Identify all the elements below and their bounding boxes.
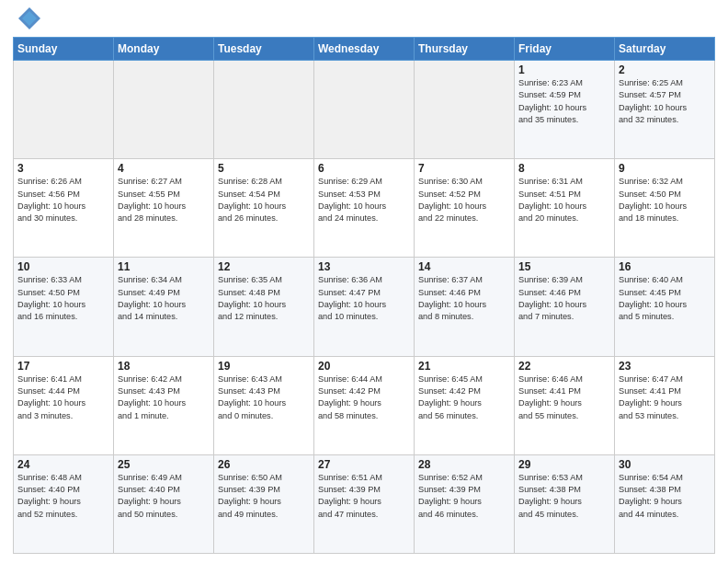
day-info: Sunrise: 6:42 AMSunset: 4:43 PMDaylight:…	[118, 373, 210, 422]
day-number: 23	[619, 360, 711, 373]
day-info: Sunrise: 6:28 AMSunset: 4:54 PMDaylight:…	[218, 176, 310, 224]
weekday-thursday: Thursday	[415, 38, 515, 61]
day-cell: 23Sunrise: 6:47 AMSunset: 4:41 PMDayligh…	[615, 356, 715, 454]
day-cell: 9Sunrise: 6:32 AMSunset: 4:50 PMDaylight…	[615, 159, 715, 258]
day-cell: 30Sunrise: 6:54 AMSunset: 4:38 PMDayligh…	[615, 454, 715, 553]
day-cell: 4Sunrise: 6:27 AMSunset: 4:55 PMDaylight…	[114, 159, 214, 258]
week-row-0: 1Sunrise: 6:23 AMSunset: 4:59 PMDaylight…	[14, 61, 715, 159]
day-info: Sunrise: 6:29 AMSunset: 4:53 PMDaylight:…	[318, 176, 410, 224]
day-number: 29	[518, 458, 610, 471]
day-cell: 2Sunrise: 6:25 AMSunset: 4:57 PMDaylight…	[615, 61, 715, 159]
day-number: 19	[218, 360, 310, 373]
logo	[13, 9, 42, 31]
day-cell: 3Sunrise: 6:26 AMSunset: 4:56 PMDaylight…	[14, 159, 114, 258]
day-number: 8	[518, 162, 610, 175]
day-info: Sunrise: 6:25 AMSunset: 4:57 PMDaylight:…	[619, 77, 711, 126]
calendar: SundayMondayTuesdayWednesdayThursdayFrid…	[13, 37, 715, 554]
day-cell: 28Sunrise: 6:52 AMSunset: 4:39 PMDayligh…	[415, 454, 515, 553]
day-cell: 27Sunrise: 6:51 AMSunset: 4:39 PMDayligh…	[314, 454, 415, 553]
day-number: 6	[318, 162, 410, 175]
week-row-2: 10Sunrise: 6:33 AMSunset: 4:50 PMDayligh…	[14, 258, 715, 356]
day-number: 16	[619, 260, 711, 273]
day-cell: 21Sunrise: 6:45 AMSunset: 4:42 PMDayligh…	[415, 356, 515, 454]
weekday-sunday: Sunday	[14, 38, 114, 61]
day-cell: 11Sunrise: 6:34 AMSunset: 4:49 PMDayligh…	[114, 258, 214, 356]
day-number: 14	[418, 260, 510, 273]
day-info: Sunrise: 6:50 AMSunset: 4:39 PMDaylight:…	[218, 472, 310, 521]
day-number: 26	[218, 458, 310, 471]
day-cell	[415, 61, 515, 159]
day-number: 3	[17, 162, 109, 175]
day-info: Sunrise: 6:23 AMSunset: 4:59 PMDaylight:…	[518, 77, 610, 126]
day-info: Sunrise: 6:49 AMSunset: 4:40 PMDaylight:…	[118, 472, 210, 521]
day-number: 22	[518, 360, 610, 373]
day-number: 4	[118, 162, 210, 175]
day-number: 28	[418, 458, 510, 471]
day-info: Sunrise: 6:30 AMSunset: 4:52 PMDaylight:…	[418, 176, 510, 224]
day-number: 17	[17, 360, 109, 373]
day-cell: 29Sunrise: 6:53 AMSunset: 4:38 PMDayligh…	[515, 454, 615, 553]
day-cell: 16Sunrise: 6:40 AMSunset: 4:45 PMDayligh…	[615, 258, 715, 356]
day-number: 21	[418, 360, 510, 373]
day-cell: 10Sunrise: 6:33 AMSunset: 4:50 PMDayligh…	[14, 258, 114, 356]
day-info: Sunrise: 6:36 AMSunset: 4:47 PMDaylight:…	[318, 274, 410, 323]
day-info: Sunrise: 6:27 AMSunset: 4:55 PMDaylight:…	[118, 176, 210, 224]
day-cell	[114, 61, 214, 159]
day-number: 30	[619, 458, 711, 471]
day-info: Sunrise: 6:39 AMSunset: 4:46 PMDaylight:…	[518, 274, 610, 323]
day-cell: 15Sunrise: 6:39 AMSunset: 4:46 PMDayligh…	[515, 258, 615, 356]
day-cell: 5Sunrise: 6:28 AMSunset: 4:54 PMDaylight…	[214, 159, 314, 258]
day-info: Sunrise: 6:48 AMSunset: 4:40 PMDaylight:…	[17, 472, 109, 521]
day-cell: 1Sunrise: 6:23 AMSunset: 4:59 PMDaylight…	[515, 61, 615, 159]
day-info: Sunrise: 6:35 AMSunset: 4:48 PMDaylight:…	[218, 274, 310, 323]
day-cell: 13Sunrise: 6:36 AMSunset: 4:47 PMDayligh…	[314, 258, 415, 356]
day-number: 7	[418, 162, 510, 175]
day-cell	[314, 61, 415, 159]
day-cell	[14, 61, 114, 159]
day-number: 25	[118, 458, 210, 471]
day-info: Sunrise: 6:54 AMSunset: 4:38 PMDaylight:…	[619, 472, 711, 521]
day-cell: 26Sunrise: 6:50 AMSunset: 4:39 PMDayligh…	[214, 454, 314, 553]
day-number: 20	[318, 360, 410, 373]
day-number: 24	[17, 458, 109, 471]
day-cell: 24Sunrise: 6:48 AMSunset: 4:40 PMDayligh…	[14, 454, 114, 553]
weekday-header-row: SundayMondayTuesdayWednesdayThursdayFrid…	[14, 38, 715, 61]
day-cell: 19Sunrise: 6:43 AMSunset: 4:43 PMDayligh…	[214, 356, 314, 454]
day-number: 11	[118, 260, 210, 273]
day-info: Sunrise: 6:34 AMSunset: 4:49 PMDaylight:…	[118, 274, 210, 323]
day-number: 10	[17, 260, 109, 273]
day-info: Sunrise: 6:51 AMSunset: 4:39 PMDaylight:…	[318, 472, 410, 521]
day-info: Sunrise: 6:40 AMSunset: 4:45 PMDaylight:…	[619, 274, 711, 323]
day-number: 27	[318, 458, 410, 471]
day-info: Sunrise: 6:52 AMSunset: 4:39 PMDaylight:…	[418, 472, 510, 521]
day-cell: 18Sunrise: 6:42 AMSunset: 4:43 PMDayligh…	[114, 356, 214, 454]
page: SundayMondayTuesdayWednesdayThursdayFrid…	[0, 0, 728, 563]
day-info: Sunrise: 6:45 AMSunset: 4:42 PMDaylight:…	[418, 373, 510, 422]
day-cell: 14Sunrise: 6:37 AMSunset: 4:46 PMDayligh…	[415, 258, 515, 356]
week-row-1: 3Sunrise: 6:26 AMSunset: 4:56 PMDaylight…	[14, 159, 715, 258]
day-cell: 25Sunrise: 6:49 AMSunset: 4:40 PMDayligh…	[114, 454, 214, 553]
day-info: Sunrise: 6:41 AMSunset: 4:44 PMDaylight:…	[17, 373, 109, 422]
day-cell: 8Sunrise: 6:31 AMSunset: 4:51 PMDaylight…	[515, 159, 615, 258]
day-number: 12	[218, 260, 310, 273]
week-row-4: 24Sunrise: 6:48 AMSunset: 4:40 PMDayligh…	[14, 454, 715, 553]
weekday-monday: Monday	[114, 38, 214, 61]
day-info: Sunrise: 6:32 AMSunset: 4:50 PMDaylight:…	[619, 176, 711, 224]
header	[13, 9, 715, 31]
day-cell: 20Sunrise: 6:44 AMSunset: 4:42 PMDayligh…	[314, 356, 415, 454]
day-info: Sunrise: 6:53 AMSunset: 4:38 PMDaylight:…	[518, 472, 610, 521]
day-number: 15	[518, 260, 610, 273]
day-cell	[214, 61, 314, 159]
day-number: 2	[619, 63, 711, 76]
day-info: Sunrise: 6:44 AMSunset: 4:42 PMDaylight:…	[318, 373, 410, 422]
weekday-wednesday: Wednesday	[314, 38, 415, 61]
day-cell: 22Sunrise: 6:46 AMSunset: 4:41 PMDayligh…	[515, 356, 615, 454]
day-number: 5	[218, 162, 310, 175]
day-cell: 12Sunrise: 6:35 AMSunset: 4:48 PMDayligh…	[214, 258, 314, 356]
day-info: Sunrise: 6:31 AMSunset: 4:51 PMDaylight:…	[518, 176, 610, 224]
weekday-friday: Friday	[515, 38, 615, 61]
day-number: 1	[518, 63, 610, 76]
day-info: Sunrise: 6:37 AMSunset: 4:46 PMDaylight:…	[418, 274, 510, 323]
day-info: Sunrise: 6:46 AMSunset: 4:41 PMDaylight:…	[518, 373, 610, 422]
week-row-3: 17Sunrise: 6:41 AMSunset: 4:44 PMDayligh…	[14, 356, 715, 454]
